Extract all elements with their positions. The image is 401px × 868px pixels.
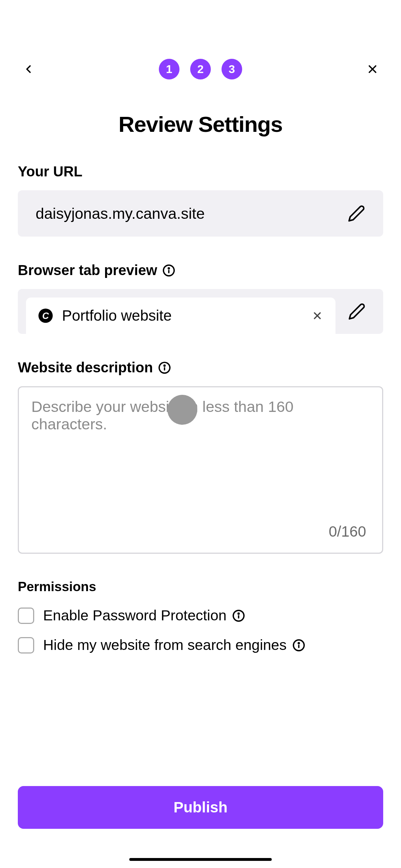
info-icon xyxy=(292,639,305,652)
pencil-icon xyxy=(348,303,366,320)
description-label: Website description xyxy=(18,360,383,376)
password-protection-checkbox[interactable] xyxy=(18,608,34,624)
page-title: Review Settings xyxy=(0,112,401,137)
publish-button[interactable]: Publish xyxy=(18,786,383,829)
content: Your URL daisyjonas.my.canva.site Browse… xyxy=(0,164,401,653)
step-indicator: 1 2 3 xyxy=(159,59,242,79)
info-icon xyxy=(232,609,245,622)
favicon: C xyxy=(38,309,53,323)
tab-close-button xyxy=(312,310,323,321)
step-2[interactable]: 2 xyxy=(190,59,211,79)
permissions-section: Permissions Enable Password Protection H… xyxy=(18,579,383,653)
chevron-left-icon xyxy=(22,63,35,76)
url-field: daisyjonas.my.canva.site xyxy=(18,190,383,237)
back-button[interactable] xyxy=(20,60,37,78)
password-info[interactable] xyxy=(232,609,245,622)
edit-url-button[interactable] xyxy=(348,205,365,222)
svg-point-4 xyxy=(168,268,170,269)
url-value: daisyjonas.my.canva.site xyxy=(36,205,205,222)
info-icon xyxy=(158,361,171,374)
info-icon xyxy=(162,264,175,277)
pencil-icon xyxy=(348,205,365,222)
permissions-label: Permissions xyxy=(18,579,383,594)
description-field: 0/160 xyxy=(18,386,383,554)
hide-search-info[interactable] xyxy=(292,639,305,652)
hide-search-label: Hide my website from search engines xyxy=(43,637,305,653)
tab-title: Portfolio website xyxy=(62,307,302,324)
description-input[interactable] xyxy=(31,398,370,519)
description-info[interactable] xyxy=(158,361,171,374)
home-indicator[interactable] xyxy=(129,858,272,861)
char-count: 0/160 xyxy=(329,523,366,540)
edit-tab-button[interactable] xyxy=(343,303,375,320)
svg-point-9 xyxy=(164,365,165,366)
hide-search-checkbox[interactable] xyxy=(18,637,34,653)
password-protection-row: Enable Password Protection xyxy=(18,607,383,624)
close-icon xyxy=(312,310,323,321)
header: 1 2 3 xyxy=(0,46,401,92)
tab-preview-info[interactable] xyxy=(162,264,175,277)
hide-search-row: Hide my website from search engines xyxy=(18,637,383,653)
tab-preview-field: C Portfolio website xyxy=(18,289,383,334)
url-label: Your URL xyxy=(18,164,383,180)
close-icon xyxy=(366,63,379,76)
close-button[interactable] xyxy=(364,60,381,78)
tab-preview-label: Browser tab preview xyxy=(18,262,383,278)
svg-point-12 xyxy=(238,613,239,614)
touch-indicator xyxy=(167,395,197,425)
password-protection-label: Enable Password Protection xyxy=(43,607,245,624)
step-3[interactable]: 3 xyxy=(222,59,242,79)
step-1[interactable]: 1 xyxy=(159,59,179,79)
browser-tab-card: C Portfolio website xyxy=(26,298,335,334)
svg-point-15 xyxy=(298,642,299,644)
